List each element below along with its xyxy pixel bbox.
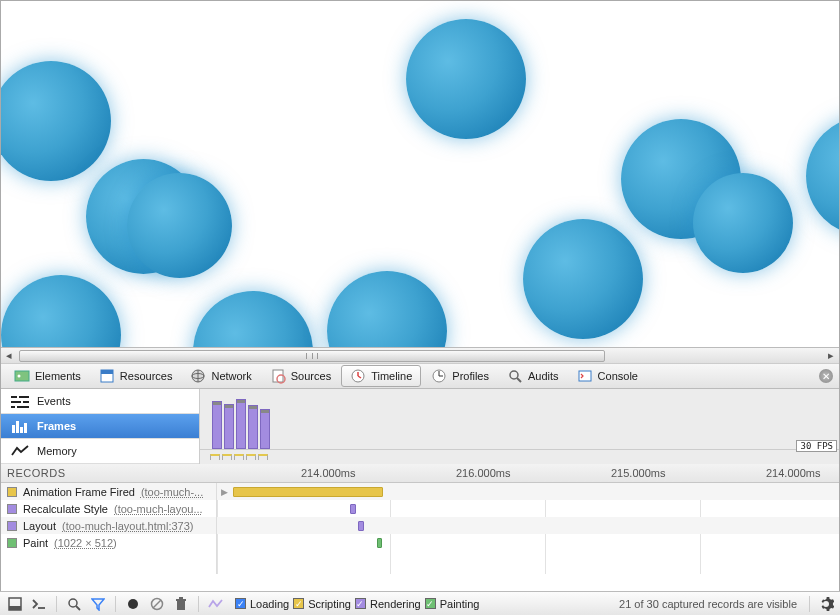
ball: [193, 291, 313, 347]
svg-line-32: [76, 606, 80, 610]
record-source-link[interactable]: (too-much-layout.html:373): [62, 520, 193, 532]
sidebar-item-frames[interactable]: Frames: [1, 414, 199, 439]
svg-line-16: [517, 378, 521, 382]
sidebar-item-events[interactable]: Events: [1, 389, 199, 414]
memory-icon: [11, 444, 29, 458]
record-source-link[interactable]: (too-much-layou...: [114, 503, 203, 515]
time-column: 214.000ms: [766, 467, 820, 479]
checkbox-icon[interactable]: ✓: [425, 598, 436, 609]
glue-async-icon[interactable]: [207, 595, 225, 613]
record-title: Layout: [23, 520, 56, 532]
record-color-swatch: [7, 504, 17, 514]
tab-audits[interactable]: Audits: [499, 365, 567, 387]
time-column: 216.000ms: [456, 467, 510, 479]
horizontal-scrollbar[interactable]: ◂ ▸: [1, 347, 839, 363]
record-icon[interactable]: [124, 595, 142, 613]
record-bar-paint[interactable]: [377, 538, 382, 548]
svg-point-33: [128, 599, 138, 609]
timeline-overview[interactable]: 30 FPS: [199, 389, 839, 464]
legend-label: Scripting: [308, 598, 351, 610]
record-row[interactable]: Recalculate Style (too-much-layou...: [1, 500, 216, 517]
tab-elements[interactable]: Elements: [6, 365, 89, 387]
search-icon[interactable]: [65, 595, 83, 613]
settings-icon[interactable]: [818, 596, 834, 612]
console-icon: [577, 368, 593, 384]
overview-baseline: [200, 449, 839, 450]
svg-line-35: [153, 600, 161, 608]
tab-label: Network: [211, 370, 251, 382]
tab-label: Elements: [35, 370, 81, 382]
frames-icon: [11, 419, 29, 433]
record-title: Paint: [23, 537, 48, 549]
checkbox-icon[interactable]: ✓: [355, 598, 366, 609]
record-bar-layout[interactable]: [358, 521, 364, 531]
console-toggle-icon[interactable]: [30, 595, 48, 613]
events-icon: [11, 394, 29, 408]
ball: [327, 271, 447, 347]
svg-rect-26: [20, 427, 23, 433]
scroll-left-icon[interactable]: ◂: [1, 348, 17, 364]
checkbox-icon[interactable]: ✓: [235, 598, 246, 609]
profiles-icon: [431, 368, 447, 384]
tab-console[interactable]: Console: [569, 365, 646, 387]
timeline-icon: [350, 368, 366, 384]
record-bar-recalc-style[interactable]: [350, 504, 356, 514]
timeline-panel: EventsFramesMemory 30 FPS RECORDS 214.00…: [1, 389, 839, 592]
ball: [1, 61, 111, 181]
tab-timeline[interactable]: Timeline: [341, 365, 421, 387]
tab-label: Profiles: [452, 370, 489, 382]
time-column: 214.000ms: [301, 467, 355, 479]
record-bar-animation-frame[interactable]: [233, 487, 383, 497]
tab-sources[interactable]: Sources: [262, 365, 339, 387]
filter-icon[interactable]: [89, 595, 107, 613]
time-column: 215.000ms: [611, 467, 665, 479]
records-tree: Animation Frame Fired (too-much-...Recal…: [1, 483, 217, 574]
dock-icon[interactable]: [6, 595, 24, 613]
record-title: Recalculate Style: [23, 503, 108, 515]
scrollbar-track[interactable]: [17, 349, 823, 363]
record-row[interactable]: Layout (too-much-layout.html:373): [1, 517, 216, 534]
sidebar-item-memory[interactable]: Memory: [1, 439, 199, 464]
garbage-collect-icon[interactable]: [172, 595, 190, 613]
svg-rect-37: [176, 599, 186, 601]
legend-item[interactable]: ✓Painting: [425, 598, 480, 610]
clear-icon[interactable]: [148, 595, 166, 613]
ball: [406, 19, 526, 139]
tab-label: Sources: [291, 370, 331, 382]
legend-item[interactable]: ✓Scripting: [293, 598, 351, 610]
ball: [523, 219, 643, 339]
legend-item[interactable]: ✓Loading: [235, 598, 289, 610]
record-row[interactable]: Paint (1022 × 512): [1, 534, 216, 551]
legend-item[interactable]: ✓Rendering: [355, 598, 421, 610]
record-color-swatch: [7, 538, 17, 548]
close-icon[interactable]: ✕: [819, 369, 833, 383]
scrollbar-thumb[interactable]: [19, 350, 605, 362]
record-source-link[interactable]: (1022 × 512): [54, 537, 117, 549]
svg-rect-17: [579, 371, 591, 381]
overview-frame-bars: [212, 397, 272, 449]
legend-label: Loading: [250, 598, 289, 610]
checkbox-icon[interactable]: ✓: [293, 598, 304, 609]
record-source-link[interactable]: (too-much-...: [141, 486, 203, 498]
sidebar-item-label: Memory: [37, 445, 77, 457]
fps-indicator: 30 FPS: [796, 440, 837, 452]
expand-icon[interactable]: ▶: [221, 487, 228, 497]
record-row[interactable]: Animation Frame Fired (too-much-...: [1, 483, 216, 500]
tab-resources[interactable]: Resources: [91, 365, 181, 387]
svg-rect-0: [15, 371, 29, 381]
svg-point-31: [69, 599, 77, 607]
devtools-tabbar: ElementsResourcesNetworkSourcesTimelineP…: [1, 363, 839, 389]
overview-ticks: [210, 454, 839, 464]
ball: [1, 275, 121, 347]
tab-network[interactable]: Network: [182, 365, 259, 387]
svg-rect-27: [24, 423, 27, 433]
records-bars: ▶: [217, 483, 839, 574]
tab-profiles[interactable]: Profiles: [423, 365, 497, 387]
svg-point-1: [18, 375, 21, 378]
timeline-records-section: RECORDS 214.000ms 216.000ms 215.000ms 21…: [1, 464, 839, 574]
scroll-right-icon[interactable]: ▸: [823, 348, 839, 364]
record-color-swatch: [7, 521, 17, 531]
audits-icon: [507, 368, 523, 384]
legend-label: Painting: [440, 598, 480, 610]
ball: [127, 173, 232, 278]
